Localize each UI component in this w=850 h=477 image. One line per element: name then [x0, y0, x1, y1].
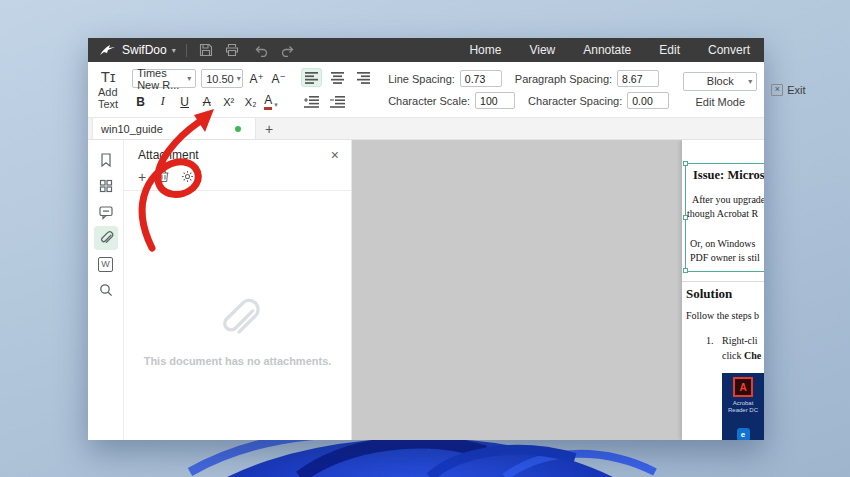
screenshot-caption: Acrobat Reader DC [728, 400, 758, 414]
edge-icon: e [737, 428, 750, 440]
doc-list-number: 1. [706, 335, 714, 346]
indent-increase-button[interactable] [301, 92, 322, 111]
doc-paragraph-line: Follow the steps b [686, 310, 759, 321]
add-text-button[interactable]: Tɪ Add Text [92, 64, 124, 115]
doc-paragraph-line: Or, on Windows [690, 238, 755, 249]
alignment-group [295, 64, 380, 115]
bold-button[interactable]: B [132, 93, 149, 110]
pdf-page[interactable]: Issue: Micros After you upgrade though A… [682, 140, 764, 440]
tab-bar: win10_guide + [88, 118, 764, 140]
new-tab-button[interactable]: + [256, 118, 282, 139]
undo-icon[interactable] [252, 40, 272, 60]
spacing-group: Line Spacing: 0.73 Paragraph Spacing: 8.… [382, 64, 675, 115]
redo-icon[interactable] [278, 40, 298, 60]
underline-button[interactable]: U [176, 93, 193, 110]
chevron-down-icon: ▾ [748, 77, 752, 86]
strikethrough-button[interactable]: A [198, 93, 215, 110]
comments-panel-button[interactable] [94, 200, 118, 224]
paragraph-spacing-input[interactable]: 8.67 [617, 70, 659, 87]
acrobat-reader-icon: A [733, 377, 753, 397]
delete-attachment-icon[interactable] [157, 170, 170, 183]
content-area: W Attachment × + [88, 140, 764, 440]
embedded-screenshot: A Acrobat Reader DC e [722, 373, 764, 440]
chevron-down-icon: ▾ [274, 101, 278, 109]
menu-edit[interactable]: Edit [659, 43, 680, 57]
character-spacing-input[interactable]: 0.00 [627, 92, 669, 109]
swifdoo-logo-icon [98, 40, 116, 60]
menu-view[interactable]: View [529, 43, 555, 57]
edit-toolbar: Tɪ Add Text Times New R... ▾ 10.50 ▾ A⁺ … [88, 62, 764, 118]
left-icon-rail: W [88, 140, 124, 440]
block-mode-select[interactable]: Block ▾ [683, 72, 757, 91]
print-icon[interactable] [222, 40, 242, 60]
edit-mode-label: Edit Mode [696, 96, 746, 108]
word-icon: W [98, 257, 113, 272]
align-center-button[interactable] [327, 68, 348, 87]
selection-handle[interactable] [683, 161, 688, 166]
subscript-button[interactable]: X₂ [242, 93, 259, 110]
align-left-icon [305, 72, 319, 84]
save-icon[interactable] [196, 40, 216, 60]
indent-increase-icon [304, 96, 319, 108]
exit-icon: × [771, 84, 783, 96]
tab-win10-guide[interactable]: win10_guide [92, 118, 256, 139]
bookmarks-panel-button[interactable] [94, 148, 118, 172]
font-size-select[interactable]: 10.50 ▾ [201, 69, 243, 88]
document-viewer[interactable]: Issue: Micros After you upgrade though A… [352, 140, 764, 440]
empty-attachments-text: This document has no attachments. [124, 355, 351, 367]
add-text-icon: Tɪ [101, 69, 116, 84]
increase-font-button[interactable]: A⁺ [248, 70, 265, 87]
align-center-icon [331, 72, 345, 84]
panel-title: Attachment [138, 148, 199, 162]
close-panel-icon[interactable]: × [331, 149, 339, 161]
titlebar: SwifDoo ▾ Home View Annotate E [88, 38, 764, 62]
paperclip-large-icon [214, 295, 262, 343]
desktop: { "titlebar": { "app_name": "SwifDoo", "… [0, 0, 850, 477]
font-group: Times New R... ▾ 10.50 ▾ A⁺ A⁻ B I U A X… [126, 64, 293, 115]
align-right-icon [357, 72, 371, 84]
app-menu-caret-icon[interactable]: ▾ [172, 46, 176, 55]
paperclip-icon [98, 230, 114, 246]
doc-paragraph-line: though Acrobat R [687, 208, 758, 219]
doc-paragraph-line: PDF owner is stil [690, 252, 760, 263]
indent-decrease-icon [330, 96, 345, 108]
menu-convert[interactable]: Convert [708, 43, 750, 57]
align-right-button[interactable] [353, 68, 374, 87]
chevron-down-icon: ▾ [237, 74, 241, 83]
line-spacing-input[interactable]: 0.73 [460, 70, 502, 87]
titlebar-divider [186, 44, 187, 57]
app-name: SwifDoo [122, 43, 167, 57]
doc-paragraph-line: After you upgrade [692, 194, 764, 205]
attachment-settings-icon[interactable] [181, 170, 194, 183]
align-left-button[interactable] [301, 68, 322, 87]
thumbnails-grid-icon [98, 178, 114, 194]
doc-heading-solution: Solution [686, 286, 732, 302]
italic-button[interactable]: I [154, 93, 171, 110]
decrease-font-button[interactable]: A⁻ [270, 70, 287, 87]
character-scale-input[interactable]: 100 [475, 92, 515, 109]
search-icon [98, 282, 114, 298]
doc-heading-issue: Issue: Micros [693, 168, 764, 183]
indent-decrease-button[interactable] [327, 92, 348, 111]
doc-divider [682, 281, 764, 282]
font-color-button[interactable]: A ▾ [264, 94, 278, 110]
main-menu: Home View Annotate Edit Convert [469, 43, 754, 57]
comment-icon [98, 204, 114, 220]
attachment-panel: Attachment × + [124, 140, 352, 440]
thumbnails-panel-button[interactable] [94, 174, 118, 198]
doc-list-line: Right-cli [722, 335, 758, 346]
font-family-select[interactable]: Times New R... ▾ [132, 69, 196, 88]
word-export-button[interactable]: W [94, 252, 118, 276]
search-button[interactable] [94, 278, 118, 302]
superscript-button[interactable]: X² [220, 93, 237, 110]
app-window: SwifDoo ▾ Home View Annotate E [88, 38, 764, 440]
selection-handle[interactable] [683, 268, 688, 273]
attachments-panel-button[interactable] [94, 226, 118, 250]
menu-annotate[interactable]: Annotate [583, 43, 631, 57]
doc-list-line: click Che [722, 350, 761, 361]
edit-mode-group: Block ▾ Edit Mode [677, 64, 763, 115]
exit-button[interactable]: × Exit [765, 64, 811, 115]
add-attachment-icon[interactable]: + [138, 171, 146, 183]
unsaved-dot-icon [235, 126, 241, 132]
menu-home[interactable]: Home [469, 43, 501, 57]
